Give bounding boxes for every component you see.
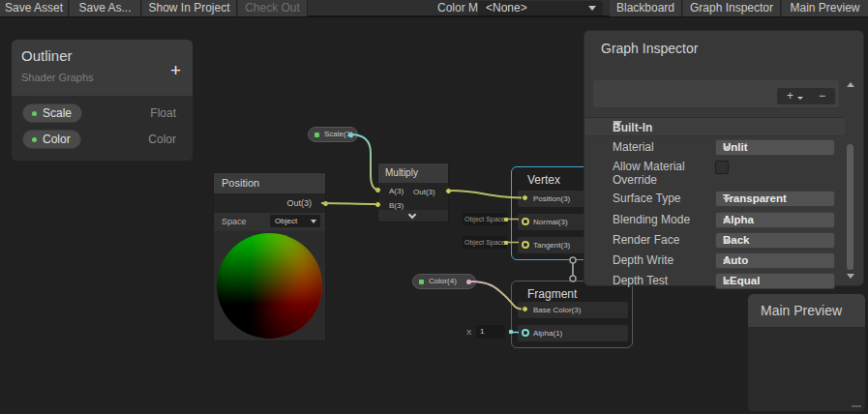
- multiply-out-port[interactable]: [445, 188, 452, 194]
- vertex-normal-port[interactable]: [522, 218, 529, 225]
- scale-property-node[interactable]: Scale(1): [308, 127, 358, 142]
- property-type: Float: [150, 106, 176, 120]
- material-dropdown[interactable]: Unlit: [715, 139, 835, 156]
- depth-write-dropdown[interactable]: Auto: [715, 252, 835, 269]
- row-label: Render Face: [613, 233, 711, 247]
- add-item-button[interactable]: +: [787, 89, 793, 103]
- scrollbar-thumb[interactable]: [847, 144, 853, 270]
- inspector-title: Graph Inspector: [601, 41, 698, 56]
- node-preview: [215, 231, 324, 340]
- resize-handle-icon[interactable]: [852, 403, 861, 407]
- depth-test-dropdown[interactable]: LEqual: [715, 273, 835, 289]
- badge-port-icon: [509, 330, 513, 334]
- node-title: Fragment: [527, 287, 577, 301]
- scroll-down-icon[interactable]: [847, 274, 854, 279]
- surface-type-dropdown[interactable]: Transparent: [715, 191, 835, 207]
- add-dropdown-caret-icon[interactable]: [797, 97, 803, 100]
- port-label: Normal(3): [533, 218, 568, 226]
- collapse-preview-strip[interactable]: [378, 210, 448, 222]
- properties-listview[interactable]: + −: [593, 80, 839, 107]
- main-preview-panel: Main Preview: [747, 293, 866, 412]
- add-property-button[interactable]: +: [170, 61, 181, 79]
- row-label: Allow Material Override: [613, 160, 711, 187]
- node-title: Vertex: [527, 173, 560, 187]
- blending-mode-dropdown[interactable]: Alpha: [715, 212, 835, 228]
- property-pill-color[interactable]: Color: [22, 130, 81, 149]
- render-face-dropdown[interactable]: Back: [715, 232, 835, 249]
- inspector-scrollbar[interactable]: [844, 80, 856, 281]
- port-row: Alpha(1): [518, 325, 628, 341]
- inspector-row: Depth Test LEqual: [584, 272, 845, 291]
- save-as-button[interactable]: Save As...: [70, 0, 141, 16]
- tangent-space-badge: Object Space: [463, 236, 507, 249]
- blackboard-title: Outliner: [21, 47, 73, 64]
- graph-inspector-toggle-button[interactable]: Graph Inspector: [683, 0, 781, 16]
- main-preview-toggle-button[interactable]: Main Preview: [782, 0, 868, 16]
- inspector-row: Surface Type Transparent: [584, 190, 845, 209]
- base-color-port[interactable]: [522, 306, 528, 312]
- vertex-tangent-port[interactable]: [522, 241, 529, 249]
- out-port-row: Out(3): [214, 193, 325, 213]
- badge-port-icon: [504, 218, 508, 222]
- exposed-dot-icon: [32, 111, 37, 116]
- exposed-dot-icon: [32, 137, 37, 142]
- port-label: Base Color(3): [533, 306, 581, 314]
- inspector-row: Render Face Back: [584, 231, 845, 251]
- graph-inspector-panel: Graph Inspector + − Built-In Material Un…: [584, 30, 864, 286]
- input-b-label: B(3): [389, 201, 404, 210]
- position-out-port[interactable]: [322, 200, 329, 207]
- color-property-node[interactable]: Color(4): [412, 274, 476, 289]
- main-preview-title: Main Preview: [761, 303, 842, 318]
- blackboard-toggle-button[interactable]: Blackboard: [610, 0, 682, 16]
- color-mode-dropdown[interactable]: <None>: [478, 1, 603, 15]
- property-pill-scale[interactable]: Scale: [22, 104, 82, 123]
- property-row: Scale Float: [12, 104, 193, 123]
- chevron-down-icon: [723, 146, 731, 151]
- multiply-a-port[interactable]: [374, 187, 381, 193]
- built-in-foldout[interactable]: Built-In: [584, 117, 845, 136]
- list-footer: + −: [777, 88, 835, 104]
- chevron-down-icon: [723, 239, 731, 244]
- row-label: Blending Mode: [613, 213, 711, 226]
- property-name: Color: [43, 133, 71, 146]
- x-component-label: X: [466, 328, 471, 337]
- scroll-up-icon[interactable]: [847, 82, 854, 87]
- port-label: Tangent(3): [533, 241, 570, 250]
- chevron-down-icon: [723, 219, 731, 223]
- remove-item-button[interactable]: −: [819, 89, 825, 103]
- chevron-down-icon: [723, 197, 731, 202]
- position-preview-sphere: [217, 233, 322, 339]
- row-label: Material: [613, 140, 711, 154]
- foldout-label: Built-In: [613, 121, 652, 134]
- toolbar: Save Asset Save As... Show In Project Ch…: [0, 0, 868, 17]
- space-dropdown[interactable]: Object: [270, 215, 320, 227]
- exposed-dot-icon: [419, 280, 424, 284]
- vertex-position-port[interactable]: [522, 194, 528, 201]
- save-asset-button[interactable]: Save Asset: [0, 0, 69, 16]
- space-label: Space: [222, 217, 247, 226]
- badge-label: Object Space: [464, 216, 505, 222]
- alpha-value-field[interactable]: 1: [476, 325, 505, 339]
- alpha-port[interactable]: [522, 329, 529, 337]
- edge-scale-to-multiply-a[interactable]: [350, 134, 378, 190]
- badge-port-icon: [504, 241, 508, 245]
- main-preview-header[interactable]: Main Preview: [748, 294, 865, 327]
- space-row: Space Object: [214, 213, 325, 230]
- scale-out-port[interactable]: [348, 133, 353, 137]
- show-in-project-button[interactable]: Show In Project: [142, 0, 237, 16]
- multiply-b-port[interactable]: [374, 201, 381, 208]
- property-row: Color Color: [12, 130, 193, 149]
- normal-space-badge: Object Space: [463, 213, 507, 225]
- input-a-label: A(3): [389, 187, 404, 195]
- node-title: Multiply: [378, 163, 448, 183]
- multiply-node[interactable]: Multiply A(3) B(3) Out(3): [377, 163, 449, 222]
- position-node[interactable]: Position Out(3) Space Object: [213, 172, 326, 341]
- out-port-label: Out(3): [286, 198, 312, 208]
- color-out-port[interactable]: [466, 280, 471, 284]
- blackboard-header[interactable]: Outliner Shader Graphs +: [12, 40, 193, 96]
- chevron-down-icon: [311, 220, 316, 223]
- inspector-row: Blending Mode Alpha: [584, 211, 845, 230]
- allow-material-override-checkbox[interactable]: [715, 161, 729, 174]
- port-label: Position(3): [533, 194, 570, 203]
- edge-position-to-multiply-b[interactable]: [321, 203, 375, 204]
